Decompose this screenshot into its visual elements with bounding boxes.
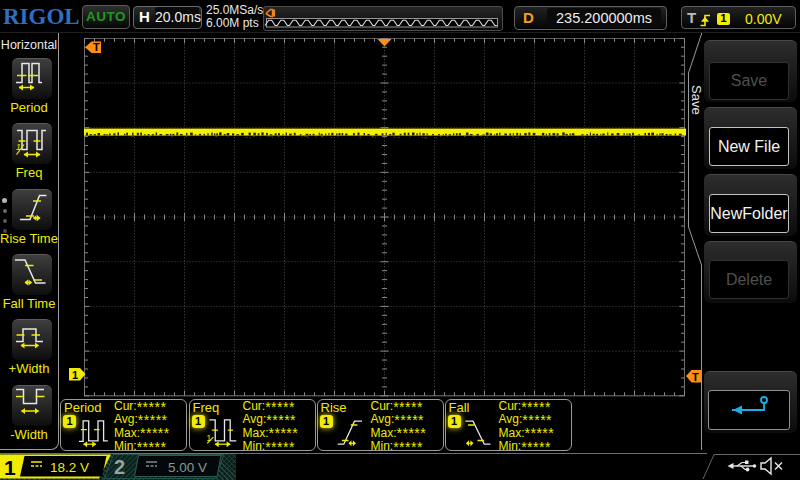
svg-text:18.2 V: 18.2 V [50,460,89,475]
svg-text:5.00 V: 5.00 V [168,460,207,475]
svg-text:1: 1 [4,456,16,479]
svg-text:2: 2 [114,456,125,478]
svg-text:1: 1 [72,369,78,381]
svg-text:T: T [93,41,100,53]
